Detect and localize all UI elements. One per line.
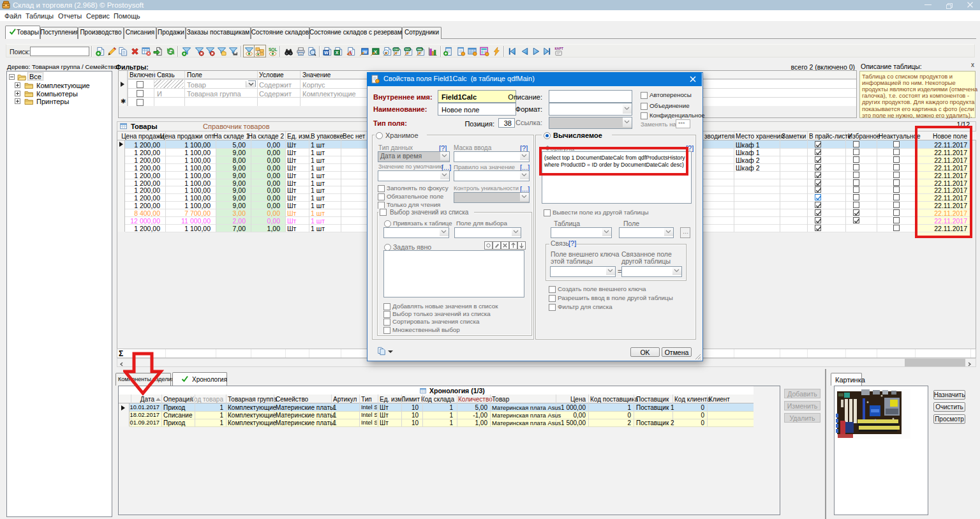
svg-text:КАРТ: КАРТ: [554, 47, 563, 50]
svg-text:X: X: [374, 49, 377, 55]
svg-text:SQL: SQL: [269, 47, 277, 52]
svg-text:X: X: [336, 50, 339, 55]
svg-text:W: W: [324, 50, 329, 55]
svg-text:CSV: CSV: [394, 48, 399, 51]
svg-text:TXT: TXT: [405, 48, 410, 51]
svg-text:XML: XML: [417, 48, 423, 51]
